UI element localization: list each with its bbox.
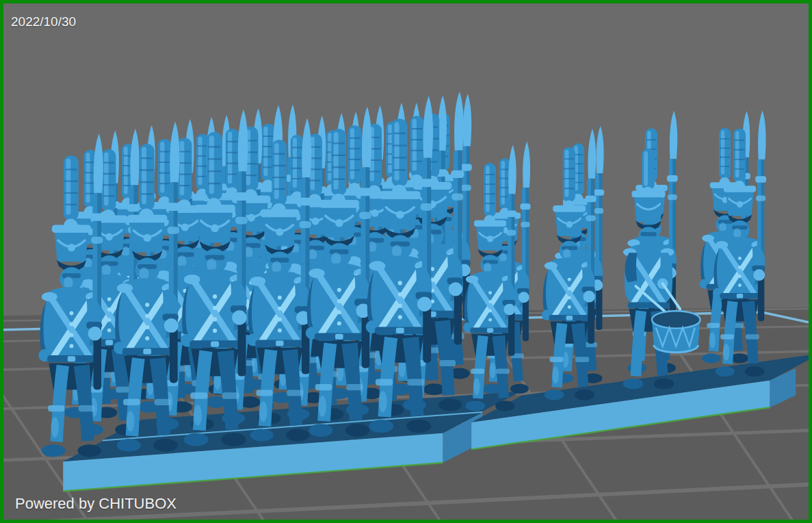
date-overlay: 2022/10/30	[11, 14, 76, 29]
viewport-3d[interactable]: 2022/10/30 Powered by CHITUBOX	[3, 3, 809, 520]
chitubox-watermark: Powered by CHITUBOX	[15, 495, 176, 513]
chitubox-render-frame: 2022/10/30 Powered by CHITUBOX	[0, 0, 812, 523]
render-canvas[interactable]	[3, 3, 809, 520]
